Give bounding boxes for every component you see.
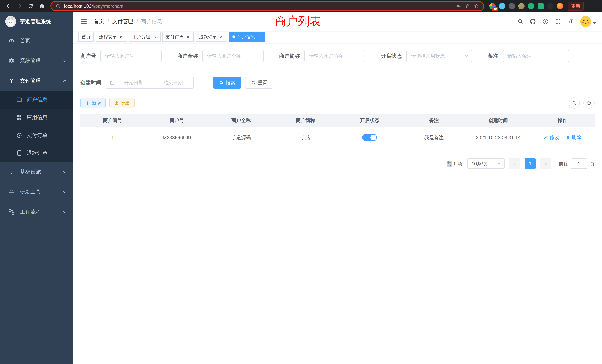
extension-icon[interactable] bbox=[499, 3, 505, 9]
toggle-search-button[interactable] bbox=[569, 97, 580, 109]
address-bar[interactable]: localhost:1024/pay/merchant bbox=[50, 1, 484, 11]
sidebar-subitem-pay-order[interactable]: 支付订单 bbox=[0, 126, 73, 144]
add-button[interactable]: 新增 bbox=[80, 98, 106, 108]
next-page-button[interactable] bbox=[540, 159, 551, 169]
breadcrumb-home[interactable]: 首页 bbox=[94, 18, 104, 25]
toolbox-icon bbox=[7, 189, 16, 195]
bookmark-star-icon[interactable] bbox=[474, 3, 479, 9]
goto-page-input[interactable] bbox=[571, 159, 587, 169]
browser-menu-icon[interactable] bbox=[587, 1, 597, 11]
header-search-icon[interactable] bbox=[517, 18, 523, 25]
toolbar-right bbox=[569, 97, 595, 109]
filter-merchant-no: 商户号 bbox=[80, 50, 162, 62]
close-icon[interactable] bbox=[185, 34, 191, 40]
user-avatar-dropdown[interactable] bbox=[580, 16, 596, 27]
sidebar-item-devtools[interactable]: 研发工具 bbox=[0, 182, 73, 202]
delete-button-label: 删除 bbox=[572, 134, 581, 141]
table-toolbar: 新增 导出 bbox=[80, 97, 595, 109]
short-name-input[interactable] bbox=[304, 50, 366, 62]
page-size-select[interactable]: 10条/页 bbox=[467, 159, 505, 169]
sidebar-item-home[interactable]: 首页 bbox=[0, 31, 73, 51]
help-icon[interactable] bbox=[542, 18, 549, 25]
status-select[interactable]: 请选择开启状态 bbox=[406, 50, 472, 62]
workflow-icon bbox=[7, 209, 16, 215]
profile-avatar-icon[interactable] bbox=[557, 3, 563, 9]
filter-label: 创建时间 bbox=[80, 79, 101, 86]
pagination-total-count: 1 bbox=[453, 161, 456, 167]
extension-icon[interactable] bbox=[509, 3, 515, 9]
edit-button[interactable]: 修改 bbox=[544, 134, 559, 141]
tab-merchant-info[interactable]: 商户信息 bbox=[229, 32, 265, 42]
extension-icon[interactable]: 10 bbox=[489, 3, 496, 9]
cell-create-time: 2021-10-23 08:31:14 bbox=[466, 127, 530, 148]
column-header-id: 商户编号 bbox=[80, 114, 145, 127]
browser-update-button[interactable]: 更新 bbox=[568, 2, 584, 11]
screen: localhost:1024/pay/merchant 10 更新 芋道管理系统 bbox=[0, 0, 602, 364]
tabs-bar: 首页 流程表单 用户分组 支付订单 退款订单 商户信息 bbox=[73, 31, 602, 43]
breadcrumb-payment[interactable]: 支付管理 bbox=[112, 18, 133, 25]
sidebar-item-infrastructure[interactable]: 基础设施 bbox=[0, 162, 73, 182]
merchant-no-input[interactable] bbox=[100, 50, 162, 62]
sidebar-subitem-merchant-info[interactable]: 商户信息 bbox=[0, 91, 73, 109]
status-switch[interactable] bbox=[362, 134, 377, 141]
close-icon[interactable] bbox=[219, 34, 224, 40]
date-separator: - bbox=[153, 80, 154, 86]
close-icon[interactable] bbox=[152, 34, 157, 40]
full-name-input[interactable] bbox=[202, 50, 264, 62]
edit-icon bbox=[544, 135, 548, 139]
reset-button-label: 重置 bbox=[258, 79, 267, 86]
sidebar-subitem-app-info[interactable]: 应用信息 bbox=[0, 109, 73, 126]
search-button[interactable]: 搜索 bbox=[213, 77, 241, 89]
tab-process-form[interactable]: 流程表单 bbox=[96, 32, 127, 42]
browser-back-button[interactable] bbox=[4, 1, 13, 11]
reset-button[interactable]: 重置 bbox=[245, 77, 273, 89]
page-size-value: 10条/页 bbox=[472, 161, 488, 167]
prev-page-button[interactable] bbox=[509, 159, 520, 169]
cell-short-name: 芋艿 bbox=[273, 127, 337, 148]
close-icon[interactable] bbox=[119, 34, 124, 40]
pagination-total: 共 1 条 bbox=[447, 161, 462, 167]
tab-user-group[interactable]: 用户分组 bbox=[129, 32, 161, 42]
app-logo[interactable]: 芋道管理系统 bbox=[0, 12, 73, 31]
column-header-status: 开启状态 bbox=[337, 114, 402, 127]
sidebar-item-payment[interactable]: ¥ 支付管理 bbox=[0, 71, 73, 91]
password-key-icon[interactable] bbox=[457, 3, 462, 9]
extension-icon[interactable] bbox=[538, 3, 544, 9]
yen-icon: ¥ bbox=[7, 78, 16, 84]
extension-icon[interactable] bbox=[547, 3, 553, 9]
remark-input[interactable] bbox=[503, 50, 569, 62]
navbar-tools bbox=[517, 16, 596, 27]
tab-label: 用户分组 bbox=[132, 34, 150, 40]
export-button[interactable]: 导出 bbox=[109, 98, 135, 108]
tab-pay-order[interactable]: 支付订单 bbox=[162, 32, 194, 42]
merchant-card-icon bbox=[16, 96, 23, 103]
filter-form: 商户号 商户全称 商户简称 开启状态 请选择开启状态 bbox=[80, 50, 595, 89]
caret-down-icon bbox=[593, 22, 596, 24]
fullscreen-icon[interactable] bbox=[555, 18, 561, 25]
filter-create-time: 创建时间 开始日期 - 结束日期 bbox=[80, 77, 194, 89]
sidebar-subitem-label: 退款订单 bbox=[27, 150, 73, 157]
delete-button[interactable]: 删除 bbox=[566, 134, 581, 141]
extension-icon[interactable] bbox=[518, 3, 525, 9]
refresh-table-button[interactable] bbox=[583, 97, 595, 109]
browser-forward-button[interactable] bbox=[15, 1, 24, 11]
page-1-button[interactable]: 1 bbox=[525, 159, 536, 169]
browser-reload-button[interactable] bbox=[26, 1, 36, 11]
browser-home-button[interactable] bbox=[37, 1, 47, 11]
sidebar-menu: 首页 系统管理 ¥ 支付管理 商户信息 bbox=[0, 31, 73, 364]
font-size-icon[interactable] bbox=[568, 18, 574, 25]
tab-home[interactable]: 首页 bbox=[78, 32, 94, 42]
site-info-icon[interactable] bbox=[56, 3, 61, 9]
sidebar-item-workflow[interactable]: 工作流程 bbox=[0, 202, 73, 222]
sidebar-subitem-refund-order[interactable]: 退款订单 bbox=[0, 144, 73, 162]
app-grid-icon bbox=[16, 114, 23, 121]
sidebar-toggle-icon[interactable] bbox=[79, 17, 89, 26]
create-time-range-picker[interactable]: 开始日期 - 结束日期 bbox=[106, 77, 194, 89]
close-icon[interactable] bbox=[257, 34, 262, 40]
breadcrumb-current: 商户信息 bbox=[141, 18, 162, 25]
extension-icon[interactable] bbox=[528, 3, 534, 9]
github-icon[interactable] bbox=[530, 18, 536, 25]
tab-refund-order[interactable]: 退款订单 bbox=[196, 32, 227, 42]
sidebar-item-system[interactable]: 系统管理 bbox=[0, 51, 73, 71]
share-icon[interactable] bbox=[465, 3, 470, 9]
